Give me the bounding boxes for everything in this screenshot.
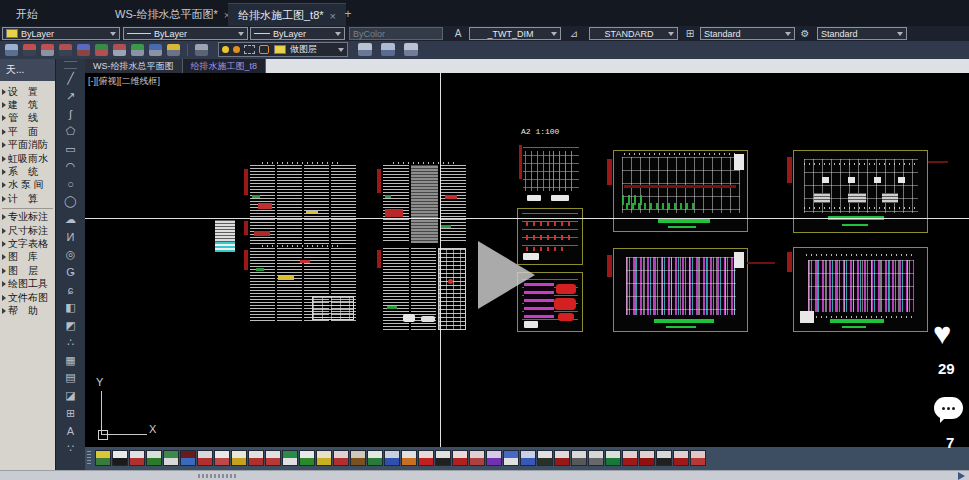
layer-freeze-sun-icon[interactable] — [233, 46, 240, 53]
bt-bgrid-icon[interactable] — [520, 450, 536, 466]
hatch-tool-icon[interactable]: ▦ — [56, 352, 85, 370]
bt-circle-icon[interactable] — [299, 450, 315, 466]
palette-item[interactable]: 平面消防 — [0, 139, 55, 152]
drawing-tab-2[interactable]: 给排水施工图_t8 — [183, 59, 267, 73]
bt-export-icon[interactable] — [146, 450, 162, 466]
bt-wedge2-icon[interactable] — [656, 450, 672, 466]
polygon-tool-icon[interactable]: ⬠ — [56, 123, 85, 141]
bt-pen2-icon[interactable] — [316, 450, 332, 466]
rectangle-tool-icon[interactable]: ▭ — [56, 140, 85, 158]
bt-flag-icon[interactable] — [282, 450, 298, 466]
bt-squiggle-icon[interactable] — [214, 450, 230, 466]
tab-start[interactable]: 开始 — [6, 3, 48, 26]
layer-unisolate-icon[interactable] — [381, 43, 395, 56]
layer-states-icon[interactable] — [404, 43, 418, 56]
bt-posts2-icon[interactable] — [673, 450, 689, 466]
scroll-arrow-icon[interactable] — [958, 472, 965, 480]
layer-control-group[interactable]: 做图层 — [218, 42, 348, 57]
layer-isolate-icon[interactable] — [358, 43, 372, 56]
palette-item[interactable]: 建 筑 — [0, 98, 55, 111]
copy-red-tool-icon[interactable] — [113, 44, 126, 56]
loop-tool-icon[interactable]: ɕ — [56, 281, 85, 299]
bt-arrow-icon[interactable] — [197, 450, 213, 466]
bt-radiator-icon[interactable] — [418, 450, 434, 466]
block-insert-tool-icon[interactable]: ◧ — [56, 299, 85, 317]
block-tool-icon[interactable] — [77, 44, 90, 56]
drawing-tab-1[interactable]: WS-给排水总平面图 — [85, 59, 183, 73]
color-points-tool-icon[interactable]: ∵ — [56, 439, 85, 457]
mleader-style-combobox[interactable]: Standard — [817, 27, 907, 40]
spline-tool-icon[interactable]: И — [56, 228, 85, 246]
bt-posts-icon[interactable] — [554, 450, 570, 466]
bt-orange-icon[interactable] — [401, 450, 417, 466]
match-props-icon[interactable] — [5, 44, 18, 56]
lineweight-combobox[interactable]: ByLayer — [250, 27, 345, 40]
bt-pipes-icon[interactable] — [350, 450, 366, 466]
text-tool-icon[interactable]: A — [56, 422, 85, 440]
pen-tool-icon[interactable] — [59, 44, 72, 56]
toolbar-grip[interactable] — [64, 61, 77, 69]
table-style-combobox[interactable]: Standard — [700, 27, 795, 40]
donut-tool-icon[interactable]: ◎ — [56, 246, 85, 264]
tab-drawing-1[interactable]: WS-给排水总平面图* × — [105, 3, 240, 26]
new-tab-button[interactable]: + — [340, 6, 356, 22]
dim-style-combobox[interactable]: STANDARD — [589, 27, 678, 40]
viewport-controls[interactable]: [-][俯视][二维线框] — [88, 75, 160, 88]
palette-item[interactable]: 设 置 — [0, 85, 55, 98]
brush-green-tool-icon[interactable] — [95, 44, 108, 56]
ellipse-tool-icon[interactable]: ◯ — [56, 193, 85, 211]
bt-fb-icon[interactable] — [163, 450, 179, 466]
bt-pipe-icon[interactable] — [248, 450, 264, 466]
palette-item[interactable]: 计 算 — [0, 192, 55, 205]
palette-item[interactable]: 专业标注 — [0, 211, 55, 224]
bt-down-icon[interactable] — [265, 450, 281, 466]
text-style-combobox[interactable]: _TWT_DIM — [469, 27, 561, 40]
erase-tool-icon[interactable] — [41, 44, 54, 56]
bt-palette-icon[interactable] — [95, 450, 111, 466]
palette-item[interactable]: 图 层 — [0, 264, 55, 277]
palette-item[interactable]: 绘图工具 — [0, 277, 55, 290]
grid-blue-tool-icon[interactable] — [149, 44, 162, 56]
palette-title[interactable]: 天... — [0, 59, 55, 81]
toolbar-grip[interactable] — [87, 451, 91, 465]
palette-item[interactable]: 管 线 — [0, 112, 55, 125]
bt-pump-icon[interactable] — [333, 450, 349, 466]
tab-drawing-2[interactable]: 给排水施工图_t8* × — [228, 3, 346, 27]
line-tool-icon[interactable]: ╱ — [56, 70, 85, 88]
color-combobox[interactable]: ByLayer — [2, 27, 120, 40]
bt-pencil-icon[interactable] — [231, 450, 247, 466]
palette-item[interactable]: 水 泵 间 — [0, 179, 55, 192]
ray-tool-icon[interactable]: ↗ — [56, 88, 85, 106]
palette-item[interactable]: 文件布图 — [0, 291, 55, 304]
raster-tool-icon[interactable]: ◪ — [56, 387, 85, 405]
brush-2-tool-icon[interactable] — [131, 44, 144, 56]
red-tool-1-icon[interactable] — [23, 44, 36, 56]
bt-fitting-icon[interactable] — [588, 450, 604, 466]
bt-hgrid-icon[interactable] — [469, 450, 485, 466]
point-tool-icon[interactable]: ∴ — [56, 334, 85, 352]
bt-cross-icon[interactable] — [452, 450, 468, 466]
close-icon[interactable]: × — [330, 10, 336, 22]
block-create-tool-icon[interactable]: ◩ — [56, 316, 85, 334]
layer-viewport-icon[interactable] — [244, 45, 255, 54]
bt-wedge-icon[interactable] — [435, 450, 451, 466]
palette-item[interactable]: 系 统 — [0, 165, 55, 178]
bt-valve-icon[interactable] — [571, 450, 587, 466]
layers-page-tool-icon[interactable] — [195, 44, 208, 56]
table-tool-icon[interactable]: ⊞ — [56, 404, 85, 422]
sketch-tool-icon[interactable]: ʃ — [56, 105, 85, 123]
like-heart-icon[interactable]: ♥ — [933, 318, 951, 349]
bt-tool-icon[interactable] — [384, 450, 400, 466]
palette-item[interactable]: 尺寸标注 — [0, 224, 55, 237]
broom-tool-icon[interactable] — [167, 44, 180, 56]
chevron-down-icon[interactable] — [338, 48, 344, 52]
bt-multi-icon[interactable] — [486, 450, 502, 466]
layer-color-swatch[interactable] — [274, 45, 286, 54]
bt-rings-icon[interactable] — [690, 450, 706, 466]
palette-item[interactable]: 帮 助 — [0, 304, 55, 317]
boundary-tool-icon[interactable]: ▤ — [56, 369, 85, 387]
statusbar-grip-icon[interactable] — [198, 474, 236, 478]
palette-item[interactable]: 平 面 — [0, 125, 55, 138]
play-icon[interactable] — [478, 241, 535, 309]
arc-tool-icon[interactable]: ◠ — [56, 158, 85, 176]
